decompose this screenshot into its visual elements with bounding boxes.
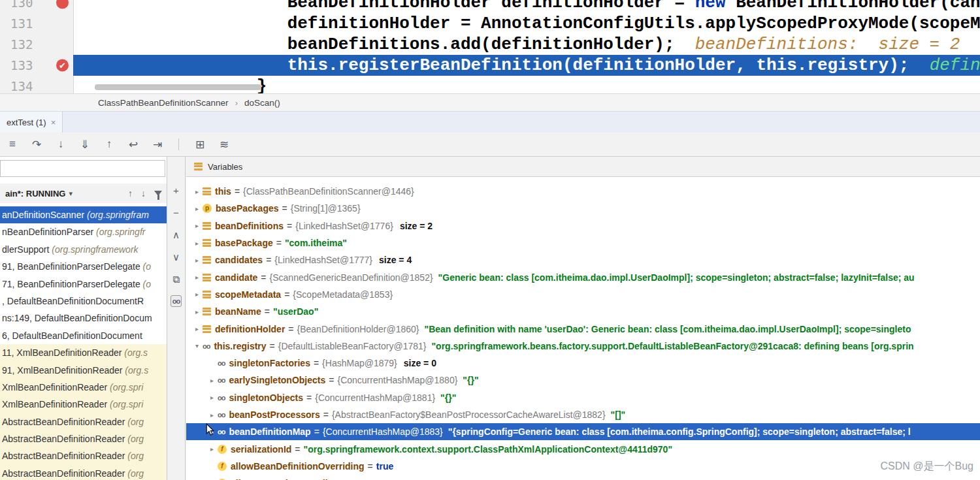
variable-icon <box>203 308 211 315</box>
frame-class: dlerSupport <box>2 244 52 255</box>
variable-row[interactable]: ▸scopeMetadata={ScopeMetadata@1853} <box>186 286 980 303</box>
code-segment: BeanDefinitionHolder(candid <box>726 0 980 12</box>
frame-item[interactable]: nBeanDefinitionParser (org.springfr <box>0 223 167 240</box>
code-editor[interactable]: 130BeanDefinitionHolder definitionHolder… <box>0 0 980 93</box>
code-line[interactable]: 131definitionHolder = AnnotationConfigUt… <box>0 13 980 34</box>
frame-item[interactable]: , DefaultBeanDefinitionDocumentR <box>0 293 167 310</box>
variable-row[interactable]: ▸ooearlySingletonObjects={ConcurrentHash… <box>186 372 980 389</box>
horizontal-scrollbar[interactable] <box>95 84 261 90</box>
frame-item[interactable]: anDefinitionScanner (org.springfram <box>0 206 167 223</box>
menu-icon[interactable]: ≡ <box>7 138 18 151</box>
mute-breakpoints-icon[interactable]: ≋ <box>218 138 230 152</box>
close-icon[interactable]: × <box>51 118 56 127</box>
show-watches-icon[interactable]: oo <box>171 295 182 307</box>
frames-top-box[interactable] <box>0 160 165 177</box>
frame-item[interactable]: 71, BeanDefinitionParserDelegate (o <box>0 276 167 293</box>
line-number-gutter[interactable]: 131 <box>0 13 73 34</box>
frame-package: (org <box>127 468 144 479</box>
chevron-down-icon[interactable]: ▾ <box>191 342 203 349</box>
chevron-right-icon[interactable]: ▸ <box>191 188 203 195</box>
move-up-icon[interactable]: ∧ <box>172 229 180 242</box>
frame-item[interactable]: XmlBeanDefinitionReader (org.spri <box>0 396 167 413</box>
frame-class: AbstractBeanDefinitionReader <box>2 468 127 479</box>
frame-item[interactable]: AbstractBeanDefinitionReader (org <box>0 465 167 480</box>
filter-icon[interactable] <box>154 191 162 196</box>
line-number-gutter[interactable]: 134 <box>0 76 73 93</box>
variable-row[interactable]: ▸candidate={ScannedGenericBeanDefinition… <box>186 268 980 285</box>
drop-frame-icon[interactable]: ↩ <box>127 138 139 152</box>
variable-name: this.registry <box>214 341 266 351</box>
add-watch-icon[interactable]: + <box>173 184 179 197</box>
variable-row[interactable]: ▸candidates={LinkedHashSet@1777}size = 4 <box>186 251 980 268</box>
chevron-right-icon[interactable]: ▸ <box>206 377 218 384</box>
chevron-right-icon[interactable]: ▸ <box>206 394 218 401</box>
breadcrumb-method[interactable]: doScan() <box>244 98 280 108</box>
step-into-icon[interactable]: ↓ <box>55 138 67 151</box>
variable-string-value: "[]" <box>611 409 626 420</box>
chevron-right-icon[interactable]: ▸ <box>191 257 203 264</box>
frame-item[interactable]: AbstractBeanDefinitionReader (org <box>0 447 167 464</box>
chevron-right-icon[interactable]: ▸ <box>191 274 203 281</box>
frame-item[interactable]: 91, BeanDefinitionParserDelegate (o <box>0 258 167 275</box>
frame-item[interactable]: XmlBeanDefinitionReader (org.spri <box>0 379 167 396</box>
tab-context-test[interactable]: extTest (1) × <box>0 112 63 133</box>
chevron-right-icon[interactable]: ▸ <box>191 291 203 298</box>
frame-item[interactable]: AbstractBeanDefinitionReader (org <box>0 430 167 447</box>
variable-row[interactable]: fallowEagerClassLoading <box>186 475 980 480</box>
line-number: 133 <box>10 58 33 72</box>
force-step-into-icon[interactable]: ⇓ <box>79 138 91 152</box>
frame-item[interactable]: ns:149, DefaultBeanDefinitionDocum <box>0 310 167 327</box>
watch-icon: oo <box>218 393 225 402</box>
code-text[interactable]: BeanDefinitionHolder definitionHolder = … <box>73 0 980 13</box>
frame-item[interactable]: 11, XmlBeanDefinitionReader (org.s <box>0 344 167 361</box>
variable-row[interactable]: ▸oobeanDefinitionMap={ConcurrentHashMap@… <box>186 423 980 440</box>
frame-up-icon[interactable]: ↑ <box>128 188 133 199</box>
code-text[interactable]: this.registerBeanDefinition(definitionHo… <box>73 55 980 76</box>
frame-package: (org <box>127 417 144 427</box>
variable-row[interactable]: ▸basePackage="com.itheima" <box>186 234 980 251</box>
variable-row[interactable]: ▸oobeanPostProcessors={AbstractBeanFacto… <box>186 406 980 423</box>
code-line[interactable]: 133✔this.registerBeanDefinition(definiti… <box>0 55 980 76</box>
chevron-right-icon[interactable]: ▸ <box>191 308 203 315</box>
breakpoint-icon[interactable]: ✔ <box>56 59 69 72</box>
chevron-right-icon[interactable]: ▸ <box>191 222 203 229</box>
code-line[interactable]: 132beanDefinitions.add(definitionHolder)… <box>0 34 980 55</box>
line-number-gutter[interactable]: 133✔ <box>0 55 73 76</box>
code-text[interactable]: definitionHolder = AnnotationConfigUtils… <box>73 13 980 34</box>
variable-row[interactable]: ▸fserializationId="org.springframework.c… <box>186 440 980 457</box>
run-to-cursor-icon[interactable]: ⇥ <box>152 138 163 152</box>
frame-down-icon[interactable]: ↓ <box>141 188 146 199</box>
variable-row[interactable]: ▸definitionHolder={BeanDefinitionHolder@… <box>186 320 980 337</box>
breadcrumb-class[interactable]: ClassPathBeanDefinitionScanner <box>98 98 229 108</box>
chevron-right-icon[interactable]: ▸ <box>206 445 218 453</box>
thread-selector[interactable]: ain*: RUNNING ▾ ↑ ↓ <box>0 184 167 203</box>
code-line[interactable]: 130BeanDefinitionHolder definitionHolder… <box>0 0 980 13</box>
remove-watch-icon[interactable]: − <box>173 206 179 219</box>
code-text[interactable]: beanDefinitions.add(definitionHolder); b… <box>73 34 980 55</box>
view-breakpoints-icon[interactable]: ⊞ <box>194 138 206 152</box>
variable-row[interactable]: ▸beanDefinitions={LinkedHashSet@1776}siz… <box>186 217 980 234</box>
frame-item[interactable]: 91, XmlBeanDefinitionReader (org.s <box>0 362 167 379</box>
variable-row[interactable]: fallowBeanDefinitionOverriding=true <box>186 458 980 475</box>
step-over-icon[interactable]: ↷ <box>31 138 42 152</box>
chevron-right-icon[interactable]: ▸ <box>206 411 218 419</box>
variable-row[interactable]: ▸oosingletonObjects={ConcurrentHashMap@1… <box>186 389 980 406</box>
breakpoint-icon[interactable] <box>56 0 69 9</box>
frame-item[interactable]: AbstractBeanDefinitionReader (org <box>0 413 167 430</box>
variable-row[interactable]: ▾oothis.registry={DefaultListableBeanFac… <box>186 338 980 355</box>
frame-item[interactable]: 6, DefaultBeanDefinitionDocument <box>0 327 167 344</box>
variable-row[interactable]: ▸this={ClassPathBeanDefinitionScanner@14… <box>186 183 980 200</box>
chevron-right-icon[interactable]: ▸ <box>191 240 203 247</box>
variable-row[interactable]: ▸pbasePackages={String[1]@1365} <box>186 200 980 217</box>
variable-row[interactable]: ▸beanName="userDao" <box>186 303 980 320</box>
line-number-gutter[interactable]: 132 <box>0 34 73 55</box>
chevron-right-icon[interactable]: ▸ <box>191 325 203 332</box>
move-down-icon[interactable]: ∨ <box>172 251 180 264</box>
line-number-gutter[interactable]: 130 <box>0 0 73 13</box>
frame-item[interactable]: dlerSupport (org.springframework <box>0 241 167 258</box>
duplicate-icon[interactable]: ⧉ <box>172 273 180 286</box>
chevron-right-icon[interactable]: ▸ <box>191 205 203 212</box>
toolbar-separator <box>178 138 179 150</box>
step-out-icon[interactable]: ↑ <box>103 138 115 151</box>
variable-row[interactable]: oosingletonFactories={HashMap@1879}size … <box>186 355 980 372</box>
